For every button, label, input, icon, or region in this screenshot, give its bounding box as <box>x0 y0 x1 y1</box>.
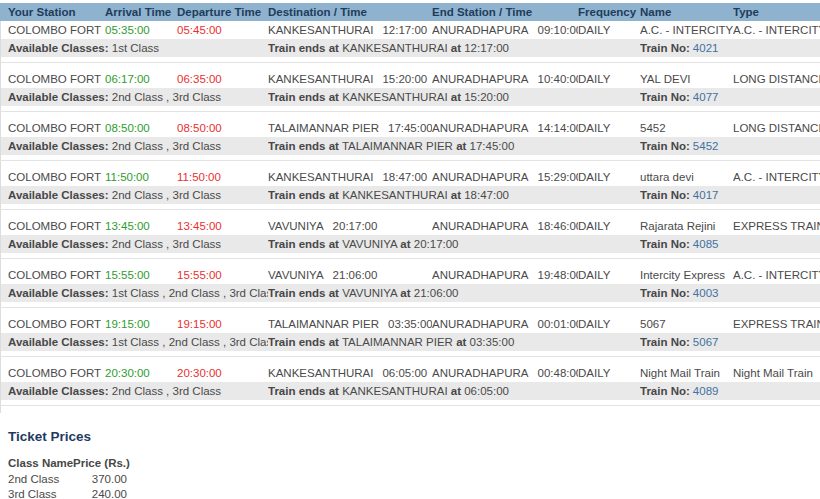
class-name-cell: 3rd Class <box>8 488 73 499</box>
arrival-time-cell: 20:30:00 <box>105 367 177 379</box>
departure-time-cell: 06:35:00 <box>177 73 268 85</box>
column-header-name: Name <box>640 6 733 18</box>
row-separator <box>1 57 820 70</box>
train-detail-row: Available Classes: 2nd Class , 3rd Class… <box>1 235 820 253</box>
train-no-label: Train No: <box>640 385 690 397</box>
train-name-cell: A.C. - INTERCITY <box>640 24 733 36</box>
train-type-cell: Night Mail Train <box>733 367 820 379</box>
train-no-label: Train No: <box>640 287 690 299</box>
destination-time: 06:05:00 <box>382 367 427 379</box>
destination-station: KANKESANTHURAI <box>268 73 373 85</box>
train-no-label: Train No: <box>640 140 690 152</box>
train-main-row: COLOMBO FORT 06:17:00 06:35:00 KANKESANT… <box>1 70 820 88</box>
train-type-cell: EXPRESS TRAIN <box>733 318 820 330</box>
train-ends-time: 12:17:00 <box>464 42 509 54</box>
end-station: ANURADHAPURA <box>432 367 529 379</box>
end-station: ANURADHAPURA <box>432 318 529 330</box>
available-classes-cell: Available Classes: 2nd Class , 3rd Class <box>8 189 268 201</box>
available-classes-label: Available Classes: <box>8 140 109 152</box>
train-ends-label: Train ends at <box>268 385 339 397</box>
train-ends-label: Train ends at <box>268 336 339 348</box>
your-station-cell: COLOMBO FORT <box>8 171 105 183</box>
available-classes-cell: Available Classes: 2nd Class , 3rd Class <box>8 91 268 103</box>
available-classes-cell: Available Classes: 1st Class , 2nd Class… <box>8 287 268 299</box>
train-name-cell: YAL DEVI <box>640 73 733 85</box>
available-classes-cell: Available Classes: 1st Class <box>8 42 268 54</box>
arrival-time-cell: 13:45:00 <box>105 220 177 232</box>
train-ends-time: 15:20:00 <box>464 91 509 103</box>
column-header-class-name: Class Name <box>8 457 73 469</box>
destination-time: 15:20:00 <box>382 73 427 85</box>
destination-station: TALAIMANNAR PIER <box>268 122 379 134</box>
column-header-destination-time: Destination / Time <box>268 6 432 18</box>
row-separator <box>1 155 820 168</box>
ticket-prices-section: Ticket Prices Class Name Price (Rs.) 2nd… <box>0 429 820 499</box>
train-ends-label: Train ends at <box>268 140 339 152</box>
end-station-cell: ANURADHAPURA09:10:00 <box>432 24 578 36</box>
train-type-cell: A.C. - INTERCITY <box>733 171 820 183</box>
your-station-cell: COLOMBO FORT <box>8 122 105 134</box>
end-station-cell: ANURADHAPURA10:40:00 <box>432 73 578 85</box>
available-classes-label: Available Classes: <box>8 42 109 54</box>
train-no-label: Train No: <box>640 238 690 250</box>
train-detail-row: Available Classes: 2nd Class , 3rd Class… <box>1 137 820 155</box>
available-classes-value: 1st Class , 2nd Class , 3rd Class <box>112 336 268 348</box>
column-header-frequency: Frequency <box>578 6 640 18</box>
train-ends-label: Train ends at <box>268 287 339 299</box>
train-ends-station: KANKESANTHURAI <box>342 91 447 103</box>
train-ends-cell: Train ends at KANKESANTHURAI at 06:05:00 <box>268 385 640 397</box>
destination-time: 03:35:00 <box>388 318 432 330</box>
train-no-value: 4017 <box>693 189 719 201</box>
train-row-group: COLOMBO FORT 11:50:00 11:50:00 KANKESANT… <box>1 168 820 217</box>
column-header-arrival-time: Arrival Time <box>105 6 177 18</box>
departure-time-cell: 11:50:00 <box>177 171 268 183</box>
train-no-value: 4077 <box>693 91 719 103</box>
train-no-label: Train No: <box>640 336 690 348</box>
row-separator <box>1 351 820 364</box>
arrival-time-cell: 05:35:00 <box>105 24 177 36</box>
at-label: at <box>451 91 461 103</box>
frequency-cell: DAILY <box>578 318 640 330</box>
at-label: at <box>456 336 466 348</box>
destination-time: 12:17:00 <box>382 24 427 36</box>
destination-cell: TALAIMANNAR PIER17:45:00 <box>268 122 432 134</box>
at-label: at <box>451 385 461 397</box>
train-ends-time: 21:06:00 <box>414 287 459 299</box>
train-ends-cell: Train ends at TALAIMANNAR PIER at 03:35:… <box>268 336 640 348</box>
train-type-cell: LONG DISTANCE <box>733 122 820 134</box>
train-row-group: COLOMBO FORT 08:50:00 08:50:00 TALAIMANN… <box>1 119 820 168</box>
frequency-cell: DAILY <box>578 171 640 183</box>
train-ends-label: Train ends at <box>268 238 339 250</box>
train-ends-label: Train ends at <box>268 189 339 201</box>
destination-station: VAVUNIYA <box>268 269 324 281</box>
end-time: 14:14:00 <box>538 122 579 134</box>
train-ends-station: VAVUNIYA <box>342 287 397 299</box>
train-schedule-table: Your Station Arrival Time Departure Time… <box>0 3 820 413</box>
arrival-time-cell: 08:50:00 <box>105 122 177 134</box>
destination-time: 18:47:00 <box>382 171 427 183</box>
train-ends-label: Train ends at <box>268 42 339 54</box>
departure-time-cell: 20:30:00 <box>177 367 268 379</box>
ticket-prices-title: Ticket Prices <box>8 429 820 444</box>
train-no-cell: Train No:4017 <box>640 189 820 201</box>
end-time: 10:40:00 <box>538 73 579 85</box>
train-ends-station: KANKESANTHURAI <box>342 42 447 54</box>
end-station: ANURADHAPURA <box>432 24 529 36</box>
train-row-group: COLOMBO FORT 20:30:00 20:30:00 KANKESANT… <box>1 364 820 413</box>
available-classes-label: Available Classes: <box>8 336 109 348</box>
departure-time-cell: 08:50:00 <box>177 122 268 134</box>
end-station-cell: ANURADHAPURA00:01:00 <box>432 318 578 330</box>
train-row-group: COLOMBO FORT 06:17:00 06:35:00 KANKESANT… <box>1 70 820 119</box>
available-classes-value: 2nd Class , 3rd Class <box>112 140 221 152</box>
frequency-cell: DAILY <box>578 367 640 379</box>
row-separator <box>1 106 820 119</box>
end-station-cell: ANURADHAPURA14:14:00 <box>432 122 578 134</box>
available-classes-value: 2nd Class , 3rd Class <box>112 91 221 103</box>
train-no-value: 4003 <box>693 287 719 299</box>
train-main-row: COLOMBO FORT 13:45:00 13:45:00 VAVUNIYA2… <box>1 217 820 235</box>
available-classes-value: 1st Class <box>112 42 159 54</box>
destination-cell: TALAIMANNAR PIER03:35:00 <box>268 318 432 330</box>
available-classes-label: Available Classes: <box>8 385 109 397</box>
available-classes-label: Available Classes: <box>8 238 109 250</box>
train-no-cell: Train No:4089 <box>640 385 820 397</box>
